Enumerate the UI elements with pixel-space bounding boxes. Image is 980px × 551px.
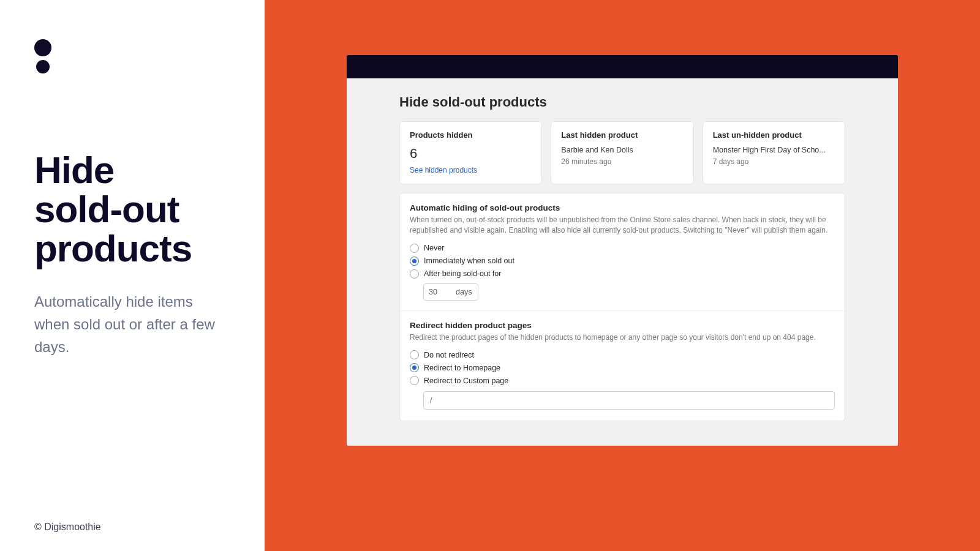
radio-redirect-custom[interactable]: Redirect to Custom page: [410, 376, 835, 385]
radio-never[interactable]: Never: [410, 244, 835, 253]
radio-icon: [410, 350, 419, 359]
radio-immediate[interactable]: Immediately when sold out: [410, 257, 835, 266]
days-input-group: days: [423, 283, 478, 301]
radio-label: Immediately when sold out: [424, 257, 514, 265]
hero-title: Hide sold-out products: [34, 151, 230, 268]
settings-card: Automatic hiding of sold-out products Wh…: [399, 193, 845, 421]
radio-icon: [410, 363, 419, 372]
auto-hide-section-title: Automatic hiding of sold-out products: [410, 203, 835, 212]
radio-redirect-home[interactable]: Redirect to Homepage: [410, 363, 835, 372]
redirect-section-title: Redirect hidden product pages: [410, 321, 835, 330]
section-divider: [400, 310, 845, 311]
stat-hidden-count: 6: [410, 146, 532, 162]
radio-label: Never: [424, 244, 444, 252]
screenshot-backdrop: Hide sold-out products Products hidden 6…: [265, 0, 980, 551]
radio-icon: [410, 376, 419, 385]
hero-subtitle: Automatically hide items when sold out o…: [34, 290, 230, 359]
radio-icon: [410, 269, 419, 279]
marketing-sidebar: Hide sold-out products Automatically hid…: [0, 0, 265, 551]
redirect-section-desc: Redirect the product pages of the hidden…: [410, 332, 835, 343]
stat-last-unhidden-time: 7 days ago: [713, 157, 835, 166]
stat-card-last-unhidden: Last un-hidden product Monster High Firs…: [703, 121, 845, 184]
radio-label: Do not redirect: [424, 351, 474, 359]
radio-label: After being sold-out for: [424, 269, 501, 278]
brand-logo-icon: [34, 39, 230, 73]
radio-after-days[interactable]: After being sold-out for: [410, 269, 835, 279]
stat-title: Last un-hidden product: [713, 130, 835, 140]
auto-hide-section-desc: When turned on, out-of-stock products wi…: [410, 215, 835, 236]
app-window: Hide sold-out products Products hidden 6…: [347, 55, 898, 446]
page-title: Hide sold-out products: [399, 94, 845, 110]
custom-redirect-input[interactable]: [423, 391, 835, 410]
radio-no-redirect[interactable]: Do not redirect: [410, 350, 835, 359]
see-hidden-products-link[interactable]: See hidden products: [410, 166, 477, 174]
copyright: © Digismoothie: [34, 522, 101, 533]
radio-icon: [410, 257, 419, 266]
radio-label: Redirect to Custom page: [424, 377, 508, 385]
stat-last-hidden-name: Barbie and Ken Dolls: [561, 146, 683, 154]
days-suffix: days: [456, 288, 478, 296]
days-input[interactable]: [424, 288, 456, 296]
stat-card-last-hidden: Last hidden product Barbie and Ken Dolls…: [551, 121, 693, 184]
stat-title: Last hidden product: [561, 130, 683, 140]
radio-label: Redirect to Homepage: [424, 364, 500, 372]
app-topbar: [347, 55, 898, 78]
stat-card-products-hidden: Products hidden 6 See hidden products: [399, 121, 542, 184]
stat-last-unhidden-name: Monster High First Day of Scho...: [713, 146, 835, 154]
radio-icon: [410, 244, 419, 253]
stat-title: Products hidden: [410, 130, 532, 140]
stat-last-hidden-time: 26 minutes ago: [561, 157, 683, 166]
